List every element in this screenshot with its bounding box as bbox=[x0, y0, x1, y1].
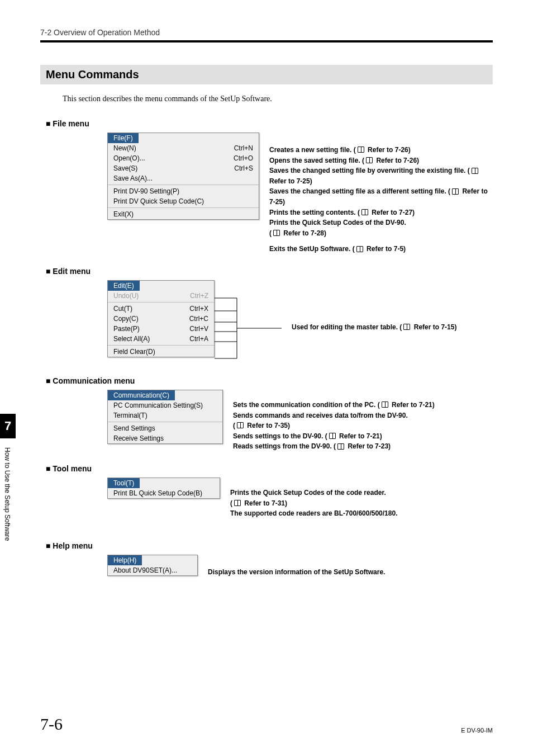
reference-icon bbox=[329, 433, 336, 439]
edit-paste-label: Paste(P) bbox=[113, 325, 140, 333]
edit-select-all-shortcut: Ctrl+A bbox=[189, 335, 208, 343]
edit-select-all[interactable]: Select All(A)Ctrl+A bbox=[108, 334, 214, 344]
edit-undo: Undo(U)Ctrl+Z bbox=[108, 291, 214, 301]
edit-paste-shortcut: Ctrl+V bbox=[189, 325, 208, 333]
chapter-tab: 7 bbox=[0, 414, 16, 438]
reference-icon bbox=[452, 188, 459, 195]
tool-print-bl-label: Print BL Quick Setup Code(B) bbox=[113, 489, 202, 497]
edit-paste[interactable]: Paste(P)Ctrl+V bbox=[108, 324, 214, 334]
reference-icon bbox=[337, 443, 344, 450]
reference-icon bbox=[382, 401, 388, 408]
edit-select-all-label: Select All(A) bbox=[113, 335, 150, 343]
help-menu-heading: Help menu bbox=[46, 541, 493, 550]
comm-pc-desc: Sets the communication condition of the … bbox=[233, 400, 493, 410]
file-open-shortcut: Ctrl+O bbox=[234, 154, 253, 162]
communication-menu-title[interactable]: Communication(C) bbox=[108, 390, 175, 400]
comm-pc-setting[interactable]: PC Communication Setting(S) bbox=[108, 400, 222, 410]
reference-icon bbox=[356, 246, 363, 252]
edit-menu-heading: Edit menu bbox=[46, 267, 493, 276]
file-print-quick[interactable]: Print DV Quick Setup Code(C) bbox=[108, 196, 259, 206]
file-exit-label: Exit(X) bbox=[113, 210, 134, 218]
help-about[interactable]: About DV90SET(A)... bbox=[108, 565, 208, 575]
help-menu-panel: Help(H) About DV90SET(A)... bbox=[107, 555, 198, 576]
edit-cut[interactable]: Cut(T)Ctrl+X bbox=[108, 304, 214, 314]
file-new-shortcut: Ctrl+N bbox=[234, 144, 253, 152]
edit-undo-label: Undo(U) bbox=[113, 292, 139, 300]
reference-icon bbox=[361, 209, 368, 215]
edit-cut-label: Cut(T) bbox=[113, 305, 132, 313]
tool-supported-desc: The supported code readers are BL-700/60… bbox=[230, 508, 493, 519]
reference-icon bbox=[403, 324, 410, 330]
file-save[interactable]: Save(S)Ctrl+S bbox=[108, 163, 259, 173]
edit-field-clear-label: Field Clear(D) bbox=[113, 348, 155, 356]
reference-icon bbox=[366, 157, 373, 163]
edit-copy[interactable]: Copy(C)Ctrl+C bbox=[108, 314, 214, 324]
file-save-as-label: Save As(A)... bbox=[113, 174, 153, 182]
file-open-desc: Opens the saved setting file. ( Refer to… bbox=[269, 155, 493, 166]
comm-terminal-desc: Sends commands and receives data to/from… bbox=[233, 410, 493, 431]
communication-menu-panel: Communication(C) PC Communication Settin… bbox=[107, 390, 223, 444]
edit-copy-shortcut: Ctrl+C bbox=[189, 315, 208, 323]
file-new-label: New(N) bbox=[113, 144, 136, 152]
help-about-desc: Displays the version information of the … bbox=[208, 567, 493, 578]
reference-icon bbox=[358, 147, 364, 153]
file-exit-desc: Exits the SetUp Software. ( Refer to 7-5… bbox=[269, 244, 493, 254]
comm-send-desc: Sends settings to the DV-90. ( Refer to … bbox=[233, 431, 493, 442]
edit-undo-shortcut: Ctrl+Z bbox=[190, 292, 208, 300]
header-rule bbox=[40, 40, 493, 42]
file-exit[interactable]: Exit(X) bbox=[108, 209, 259, 219]
file-save-as-desc: Saves the changed setting file as a diff… bbox=[269, 186, 493, 207]
file-print-setting-label: Print DV-90 Setting(P) bbox=[113, 187, 179, 195]
file-menu-panel: File(F) New(N)Ctrl+N Open(O)...Ctrl+O Sa… bbox=[107, 133, 259, 220]
file-menu-title[interactable]: File(F) bbox=[108, 133, 139, 143]
comm-pc-setting-label: PC Communication Setting(S) bbox=[113, 401, 203, 409]
file-open[interactable]: Open(O)...Ctrl+O bbox=[108, 153, 259, 163]
comm-receive-label: Receive Settings bbox=[113, 434, 164, 442]
reference-icon bbox=[273, 230, 280, 236]
page-number: 7-6 bbox=[40, 715, 63, 734]
edit-field-clear[interactable]: Field Clear(D) bbox=[108, 347, 214, 357]
tool-menu-title[interactable]: Tool(T) bbox=[108, 478, 140, 488]
comm-receive[interactable]: Receive Settings bbox=[108, 433, 222, 443]
leader-lines bbox=[215, 280, 282, 364]
tool-menu-panel: Tool(T) Print BL Quick Setup Code(B) bbox=[107, 478, 220, 499]
comm-terminal-label: Terminal(T) bbox=[113, 412, 147, 419]
file-new[interactable]: New(N)Ctrl+N bbox=[108, 143, 259, 153]
reference-icon bbox=[237, 422, 244, 428]
reference-icon bbox=[234, 500, 241, 506]
edit-menu-panel: Edit(E) Undo(U)Ctrl+Z Cut(T)Ctrl+X Copy(… bbox=[107, 280, 215, 357]
comm-terminal[interactable]: Terminal(T) bbox=[108, 410, 222, 420]
file-print-setting[interactable]: Print DV-90 Setting(P) bbox=[108, 186, 259, 196]
file-save-label: Save(S) bbox=[113, 164, 137, 172]
help-about-label: About DV90SET(A)... bbox=[113, 566, 177, 574]
reference-icon bbox=[472, 168, 478, 174]
help-menu-title[interactable]: Help(H) bbox=[108, 555, 142, 565]
file-menu-heading: File menu bbox=[46, 119, 493, 128]
chapter-label: How to Use the Setup Software bbox=[3, 447, 11, 541]
section-title: Menu Commands bbox=[40, 65, 493, 84]
comm-send-label: Send Settings bbox=[113, 424, 155, 432]
tool-print-bl[interactable]: Print BL Quick Setup Code(B) bbox=[108, 488, 220, 498]
file-new-desc: Creates a new setting file. ( Refer to 7… bbox=[269, 145, 493, 155]
edit-copy-label: Copy(C) bbox=[113, 315, 139, 323]
document-id: E DV-90-IM bbox=[461, 727, 493, 734]
tool-print-desc: Prints the Quick Setup Codes of the code… bbox=[230, 488, 493, 508]
edit-desc: Used for editing the master table. ( Ref… bbox=[292, 322, 493, 333]
comm-receive-desc: Reads settings from the DV-90. ( Refer t… bbox=[233, 441, 493, 452]
file-open-label: Open(O)... bbox=[113, 154, 145, 162]
file-print-quick-desc: Prints the Quick Setup Codes of the DV-9… bbox=[269, 218, 493, 238]
page-header: 7-2 Overview of Operation Method bbox=[40, 28, 493, 37]
file-save-shortcut: Ctrl+S bbox=[234, 164, 253, 172]
edit-cut-shortcut: Ctrl+X bbox=[189, 305, 208, 313]
comm-send[interactable]: Send Settings bbox=[108, 423, 222, 433]
tool-menu-heading: Tool menu bbox=[46, 464, 493, 473]
edit-menu-title[interactable]: Edit(E) bbox=[108, 281, 140, 291]
file-print-setting-desc: Prints the setting contents. ( Refer to … bbox=[269, 207, 493, 218]
file-print-quick-label: Print DV Quick Setup Code(C) bbox=[113, 197, 204, 205]
file-save-desc: Saves the changed setting file by overwr… bbox=[269, 166, 493, 186]
file-save-as[interactable]: Save As(A)... bbox=[108, 173, 259, 183]
intro-text: This section describes the menu commands… bbox=[63, 94, 493, 103]
communication-menu-heading: Communication menu bbox=[46, 376, 493, 385]
